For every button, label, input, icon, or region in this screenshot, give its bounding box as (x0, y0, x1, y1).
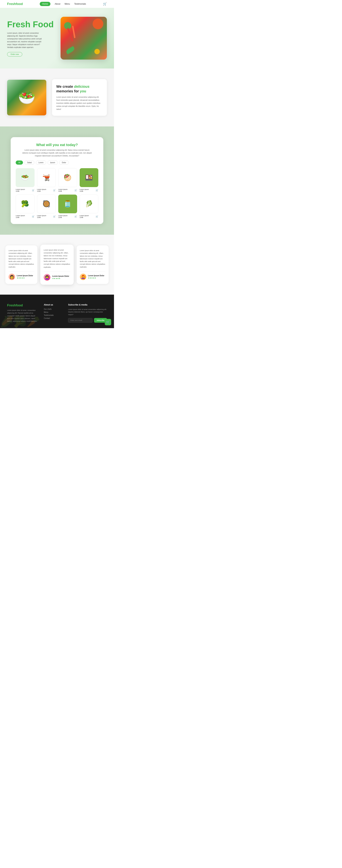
footer-link-testimonials[interactable]: Testimonials (44, 314, 62, 316)
footer-about-heading: About us (44, 304, 62, 306)
menu-item-image-3: 🥙 (58, 168, 77, 187)
add-to-cart-icon-4[interactable]: 🛒 (96, 189, 98, 191)
nav-link-testimonials[interactable]: Testimonials (74, 3, 86, 5)
menu-item-image-6: 🥘 (37, 194, 56, 214)
add-to-cart-icon-5[interactable]: 🛒 (32, 215, 35, 218)
menu-title-prefix: What will (36, 143, 53, 147)
footer: Freshfood Lorem ipsum dolor sit amet, co… (0, 294, 114, 328)
menu-title-you: you (53, 143, 59, 147)
hero-image (57, 15, 107, 61)
menu-item: 🥘 Lorem ipsum 120$ 🛒 (37, 194, 56, 218)
menu-item-name-3: Lorem ipsum (58, 188, 68, 190)
menu-item-name-4: Lorem ipsum (80, 188, 89, 190)
filter-dolor[interactable]: Dolor (59, 160, 69, 165)
footer-grid: Freshfood Lorem ipsum dolor sit amet, co… (7, 304, 107, 322)
footer-cart-icon[interactable]: 🛒 (105, 319, 111, 325)
add-to-cart-icon-7[interactable]: 🛒 (74, 215, 77, 218)
add-to-cart-icon-8[interactable]: 🛒 (96, 215, 98, 218)
menu-item-footer-8: Lorem ipsum 120$ 🛒 (80, 215, 99, 218)
about-title: We create delicious memories for you (56, 84, 103, 93)
food-decoration-1 (93, 19, 103, 29)
filter-salad[interactable]: Salad (24, 160, 34, 165)
testimonial-divider-2 (44, 272, 70, 272)
add-to-cart-icon-3[interactable]: 🛒 (74, 189, 77, 191)
testimonial-name-3: Lorem Ipsum Dolor (88, 275, 104, 277)
menu-item-name-6: Lorem ipsum (37, 215, 46, 217)
menu-item: 🥙 Lorem ipsum 120$ 🛒 (58, 168, 77, 192)
menu-title: What will you eat today? (16, 143, 98, 147)
about-section: We create delicious memories for you Lor… (0, 68, 114, 126)
footer-logo: Freshfood (7, 304, 38, 307)
menu-item-footer-4: Lorem ipsum 120$ 🛒 (80, 188, 99, 192)
testimonial-name-2: Lorem Ipsum Dolor (52, 275, 69, 277)
footer-about: About us Our chefs Menu Testimonials Con… (44, 304, 62, 322)
menu-item-footer-3: Lorem ipsum 120$ 🛒 (58, 188, 77, 192)
menu-item: 🫙 Lorem ipsum 120$ 🛒 (58, 194, 77, 218)
menu-item-image-5: 🥦 (16, 194, 35, 214)
testimonial-card-1: Lorem ipsum dolor sit amet consectetur a… (5, 245, 37, 284)
menu-grid: 🥗 Lorem ipsum 120$ 🛒 🫕 Lorem ipsum 120$ (16, 168, 98, 218)
menu-item: 🥬 Lorem ipsum 120$ 🛒 (80, 194, 99, 218)
filter-all[interactable]: All (16, 160, 23, 165)
testimonial-divider-1 (8, 271, 34, 272)
testimonial-text-3: Lorem ipsum dolor sit amet consectetur a… (80, 249, 105, 269)
testimonial-avatar-3: 👩‍🦰 (80, 274, 86, 280)
navbar: Freshfood Home About Menu Testimonials 🛒 (0, 0, 114, 8)
add-to-cart-icon-6[interactable]: 🛒 (53, 215, 56, 218)
menu-item-price-7: 120$ (58, 217, 68, 218)
menu-item-name-5: Lorem ipsum (16, 215, 25, 217)
about-title-you: you (80, 89, 86, 93)
menu-title-suffix: eat today? (59, 143, 78, 147)
menu-description: Lorem ipsum dolor sit amet consectetur a… (22, 149, 93, 157)
nav-link-menu[interactable]: Menu (65, 3, 70, 5)
hero-section: Fresh Food Lorem ipsum, dolor sit amet c… (0, 8, 114, 68)
menu-item-footer-2: Lorem ipsum 120$ 🛒 (37, 188, 56, 192)
add-to-cart-icon-2[interactable]: 🛒 (53, 189, 56, 191)
menu-item-image-1: 🥗 (16, 168, 35, 187)
filter-ipsum[interactable]: Ipsum (47, 160, 58, 165)
footer-subscribe-description: Lorem ipsum dolor sit amet consectetur a… (68, 308, 107, 316)
about-content-card: We create delicious memories for you Lor… (52, 79, 107, 116)
filter-lorem[interactable]: Lorem (36, 160, 46, 165)
nav-link-about[interactable]: About (55, 3, 60, 5)
add-to-cart-icon-1[interactable]: 🛒 (32, 189, 35, 191)
order-now-button[interactable]: Order now (7, 52, 22, 57)
about-title-middle: memories for (56, 89, 80, 93)
hero-food-image (61, 17, 107, 60)
subscribe-email-input[interactable] (68, 318, 93, 322)
menu-item-price-5: 120$ (16, 217, 25, 218)
testimonial-card-2: Lorem ipsum dolor sit amet consectetur a… (40, 245, 74, 285)
testimonial-divider-3 (80, 271, 105, 272)
testimonial-text-2: Lorem ipsum dolor sit amet consectetur a… (44, 249, 70, 269)
menu-item: 🥗 Lorem ipsum 120$ 🛒 (16, 168, 35, 192)
about-image (7, 80, 46, 115)
about-title-prefix: We create (56, 85, 74, 89)
testimonial-avatar-1: 👩 (8, 274, 15, 280)
menu-item: 🥦 Lorem ipsum 120$ 🛒 (16, 194, 35, 218)
footer-brand: Freshfood Lorem ipsum dolor sit amet, co… (7, 304, 38, 322)
footer-subscribe-heading: Subscribe & media (68, 304, 107, 306)
menu-item: 🫕 Lorem ipsum 120$ 🛒 (37, 168, 56, 192)
testimonial-stars-2: ★★★★★ (52, 278, 69, 279)
footer-link-contact[interactable]: Contact (44, 317, 62, 319)
menu-item-name-7: Lorem ipsum (58, 215, 68, 217)
nav-link-home[interactable]: Home (40, 2, 50, 6)
menu-item-footer-5: Lorem ipsum 120$ 🛒 (16, 215, 35, 218)
menu-item-image-2: 🫕 (37, 168, 56, 187)
testimonial-name-1: Lorem Ipsum Dolor (17, 275, 33, 277)
footer-link-chefs[interactable]: Our chefs (44, 308, 62, 310)
hero-content: Fresh Food Lorem ipsum, dolor sit amet c… (7, 20, 57, 57)
testimonial-avatar-2: 👩‍🦱 (44, 274, 50, 281)
menu-item: 🍱 Lorem ipsum 120$ 🛒 (80, 168, 99, 192)
testimonials-section: Lorem ipsum dolor sit amet consectetur a… (0, 235, 114, 294)
testimonial-author-1: 👩 Lorem Ipsum Dolor ★★★★★ (8, 274, 34, 280)
menu-item-price-4: 120$ (80, 190, 89, 192)
menu-item-footer-7: Lorem ipsum 120$ 🛒 (58, 215, 77, 218)
menu-item-footer-1: Lorem ipsum 120$ 🛒 (16, 188, 35, 192)
footer-link-menu[interactable]: Menu (44, 311, 62, 313)
about-description: Lorem ipsum dolor sit amet consectetur a… (56, 96, 103, 111)
nav-cart-icon[interactable]: 🛒 (103, 2, 107, 6)
footer-description: Lorem ipsum dolor sit amet, consectetur … (7, 309, 38, 322)
food-decoration-3 (94, 49, 100, 54)
menu-item-price-1: 120$ (16, 190, 25, 192)
